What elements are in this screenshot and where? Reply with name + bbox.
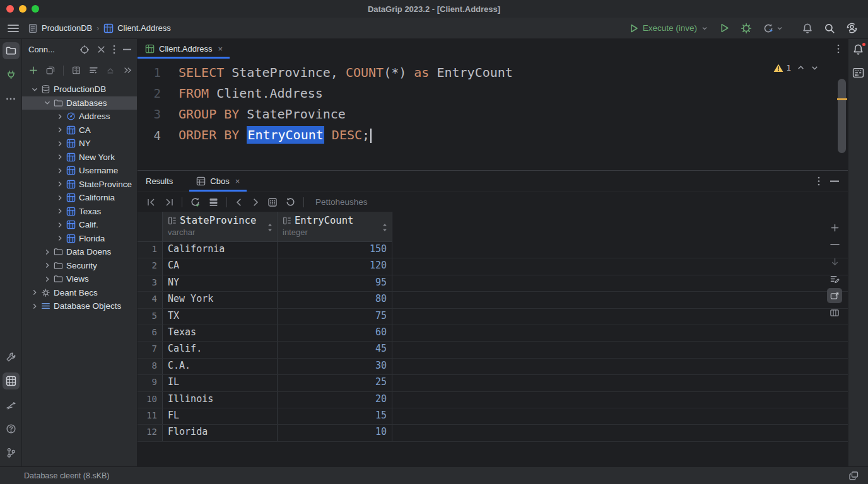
prev-warning-icon[interactable] <box>797 64 805 72</box>
row-number[interactable]: 9 <box>138 375 163 391</box>
table-row[interactable]: 5 TX 75 <box>138 309 848 325</box>
tree-item-ny[interactable]: NY <box>22 137 137 151</box>
row-number[interactable]: 12 <box>138 425 163 441</box>
table-row[interactable]: 7 Calif. 45 <box>138 342 848 358</box>
row-number[interactable]: 10 <box>138 392 163 408</box>
row-number[interactable]: 7 <box>138 342 163 357</box>
last-page-icon[interactable] <box>164 198 174 207</box>
export-data-button[interactable] <box>827 288 842 303</box>
tree-item-texas[interactable]: Texas <box>22 205 137 219</box>
tree-item-deant-becs[interactable]: Deant Becs <box>22 286 137 300</box>
tree-item-address[interactable]: Address <box>22 110 137 124</box>
table-row[interactable]: 11 FL 15 <box>138 408 848 425</box>
minimize-panel-icon[interactable] <box>830 180 839 182</box>
cell-entrycount[interactable]: 45 <box>278 342 392 357</box>
cell-entrycount[interactable]: 25 <box>278 375 392 391</box>
table-row[interactable]: 2 CA 120 <box>138 258 848 275</box>
cell-entrycount[interactable]: 15 <box>278 408 392 424</box>
filter-criteria-field[interactable]: Pettoheushes <box>315 197 368 207</box>
duplicate-icon[interactable] <box>46 66 55 75</box>
tools-button[interactable] <box>3 396 20 413</box>
revert-icon[interactable] <box>285 197 296 207</box>
connections-tool-button[interactable] <box>3 66 20 83</box>
editor-options-icon[interactable] <box>837 39 848 59</box>
delete-row-button[interactable] <box>827 237 842 252</box>
first-page-icon[interactable] <box>146 198 156 207</box>
settings-sync-button[interactable] <box>846 22 858 34</box>
cell-stateprovince[interactable]: Illinois <box>163 392 278 408</box>
more-actions-icon[interactable] <box>123 66 132 74</box>
tree-item-ca[interactable]: CA <box>22 124 137 137</box>
table-row[interactable]: 8 C.A. 30 <box>138 359 848 375</box>
services-button[interactable] <box>741 23 752 34</box>
row-number[interactable]: 4 <box>138 292 163 308</box>
cell-entrycount[interactable]: 120 <box>278 258 392 274</box>
breadcrumb-table[interactable]: Client.Address <box>103 23 171 33</box>
tree-chevron-icon[interactable] <box>54 112 65 121</box>
cell-stateprovince[interactable]: TX <box>163 309 278 325</box>
add-row-button[interactable] <box>827 220 842 235</box>
row-number[interactable]: 8 <box>138 359 163 374</box>
notifications-button[interactable] <box>802 23 813 34</box>
tree-item-productiondb[interactable]: ProductionDB <box>22 83 137 96</box>
row-number[interactable]: 11 <box>138 408 163 424</box>
cell-entrycount[interactable]: 60 <box>278 325 392 341</box>
tree-chevron-icon[interactable] <box>54 139 65 148</box>
tree-chevron-icon[interactable] <box>54 221 65 229</box>
code-text[interactable]: FROM Client.Address <box>179 86 323 101</box>
results-panel-label[interactable]: Results <box>138 176 189 186</box>
tree-chevron-icon[interactable] <box>42 261 52 270</box>
code-text[interactable]: GROUP BY StateProvince <box>179 107 346 122</box>
table-row[interactable]: 9 IL 25 <box>138 375 848 391</box>
cell-stateprovince[interactable]: California <box>163 242 278 258</box>
tree-chevron-icon[interactable] <box>54 207 65 216</box>
hide-panel-icon[interactable] <box>123 49 131 50</box>
tree-item-databases[interactable]: Databases <box>22 96 137 110</box>
close-tab-icon[interactable]: × <box>217 44 223 54</box>
tree-chevron-icon[interactable] <box>54 153 65 161</box>
cell-stateprovince[interactable]: New York <box>163 292 278 308</box>
tree-chevron-icon[interactable] <box>54 166 65 175</box>
cell-stateprovince[interactable]: NY <box>163 275 278 291</box>
table-row[interactable]: 1 California 150 <box>138 242 848 258</box>
tree-item-username[interactable]: Username <box>22 164 137 178</box>
tree-chevron-icon[interactable] <box>54 234 65 243</box>
cell-entrycount[interactable]: 10 <box>278 425 392 441</box>
row-view-icon[interactable] <box>208 197 219 207</box>
table-row[interactable]: 4 New York 80 <box>138 292 848 308</box>
more-tools-button[interactable] <box>3 90 20 107</box>
inspections-widget[interactable]: 1 <box>773 63 819 72</box>
database-panel-button[interactable] <box>852 67 864 78</box>
tab-client-address[interactable]: Client.Address × <box>138 39 230 59</box>
tree-chevron-icon[interactable] <box>29 288 40 297</box>
sort-icon[interactable] <box>89 66 98 75</box>
add-datasource-icon[interactable] <box>29 66 38 75</box>
row-number[interactable]: 5 <box>138 309 163 325</box>
help-button[interactable] <box>3 420 20 437</box>
table-row[interactable]: 6 Texas 60 <box>138 325 848 342</box>
code-line[interactable]: 4 ORDER BY EntryCount DESC; <box>138 125 848 146</box>
cell-stateprovince[interactable]: C.A. <box>163 359 278 374</box>
column-header-entrycount[interactable]: EntryCount integer <box>278 212 392 242</box>
edit-rows-button[interactable] <box>827 271 842 286</box>
tree-chevron-icon[interactable] <box>42 275 52 284</box>
tree-chevron-icon[interactable] <box>42 98 52 107</box>
cell-entrycount[interactable]: 20 <box>278 392 392 408</box>
error-stripe-mark[interactable] <box>837 98 847 100</box>
close-tab-icon[interactable]: × <box>234 176 240 186</box>
sort-arrows-icon[interactable] <box>267 223 273 232</box>
table-row[interactable]: 12 Florida 10 <box>138 425 848 441</box>
cell-stateprovince[interactable]: Florida <box>163 425 278 441</box>
code-line[interactable]: 2 FROM Client.Address <box>138 83 848 103</box>
code-text[interactable]: SELECT StateProvince, COUNT(*) as EntryC… <box>179 65 513 80</box>
kebab-menu-icon[interactable] <box>113 45 115 54</box>
cell-entrycount[interactable]: 150 <box>278 242 392 258</box>
previous-page-icon[interactable] <box>235 198 243 207</box>
tree-item-california[interactable]: California <box>22 191 137 205</box>
table-row[interactable]: 10 Illinois 20 <box>138 392 848 408</box>
tree-item-calif-[interactable]: Calif. <box>22 218 137 232</box>
tree-chevron-icon[interactable] <box>54 125 65 134</box>
tree-chevron-icon[interactable] <box>29 85 40 94</box>
window-layouts-button[interactable] <box>848 471 868 481</box>
collapse-all-icon[interactable] <box>106 66 115 75</box>
